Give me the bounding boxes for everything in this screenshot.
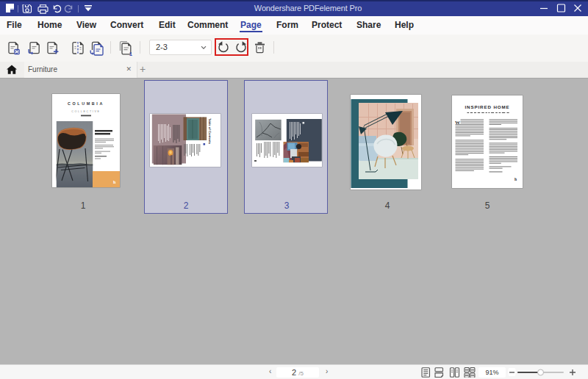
- svg-text:COLLECTIVE: COLLECTIVE: [71, 110, 100, 113]
- svg-text:COLUMBIA: COLUMBIA: [68, 101, 104, 106]
- svg-text:INSPIRED HOME: INSPIRED HOME: [465, 104, 509, 109]
- svg-text:1: 1: [129, 51, 132, 57]
- svg-text:Table of Contents: Table of Contents: [208, 118, 212, 145]
- svg-text:h: h: [514, 177, 517, 181]
